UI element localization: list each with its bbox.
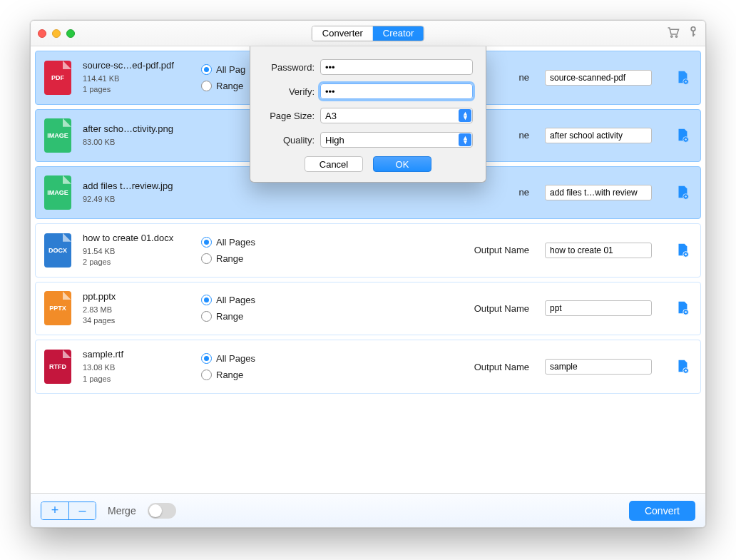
svg-point-6 bbox=[685, 81, 687, 83]
ok-button[interactable]: OK bbox=[373, 156, 431, 172]
verify-input[interactable] bbox=[320, 83, 473, 99]
page-size-select[interactable]: A3 ▲▼ bbox=[320, 108, 473, 123]
output-name-label: Output Name bbox=[474, 245, 529, 255]
file-name: source-sc…ed-pdf.pdf bbox=[83, 60, 190, 71]
settings-icon[interactable] bbox=[675, 300, 690, 316]
file-pages: 1 pages bbox=[83, 84, 190, 95]
file-name: after scho…ctivity.png bbox=[83, 123, 190, 134]
settings-dialog: Password: Verify: Page Size: A3 ▲▼ Quali… bbox=[250, 46, 486, 183]
file-size: 114.41 KB bbox=[83, 73, 190, 84]
settings-icon[interactable] bbox=[675, 70, 690, 86]
output-name-input[interactable] bbox=[545, 128, 652, 143]
file-size: 83.00 KB bbox=[83, 137, 190, 148]
tab-converter[interactable]: Converter bbox=[312, 26, 373, 41]
output-name-input[interactable] bbox=[545, 243, 652, 258]
file-size: 91.54 KB bbox=[83, 246, 190, 257]
radio-label: Range bbox=[216, 253, 243, 264]
radio-label: All Pages bbox=[216, 295, 255, 305]
file-pages: 1 pages bbox=[83, 374, 190, 385]
svg-point-14 bbox=[685, 312, 687, 314]
radio-range[interactable] bbox=[201, 370, 212, 380]
radio-label: All Pag bbox=[216, 64, 245, 75]
file-name: sample.rtf bbox=[83, 349, 190, 360]
footer: + – Merge Convert bbox=[31, 493, 705, 527]
file-type-icon: PDF bbox=[44, 61, 71, 95]
output-name-label: Output Name bbox=[474, 303, 529, 314]
merge-toggle[interactable] bbox=[148, 503, 176, 519]
output-name-input[interactable] bbox=[545, 300, 652, 316]
svg-point-1 bbox=[675, 35, 677, 36]
titlebar: Converter Creator bbox=[31, 21, 705, 46]
password-input[interactable] bbox=[320, 59, 473, 75]
select-value: High bbox=[325, 135, 344, 146]
output-name-label: Output Name bbox=[474, 362, 529, 372]
page-size-label: Page Size: bbox=[263, 111, 315, 121]
radio-all-pages[interactable] bbox=[201, 295, 212, 305]
file-size: 92.49 KB bbox=[83, 194, 190, 205]
output-name-label: ne bbox=[519, 130, 529, 141]
file-pages: 2 pages bbox=[83, 257, 190, 268]
settings-icon[interactable] bbox=[675, 359, 690, 375]
svg-point-10 bbox=[685, 195, 687, 198]
file-type-icon: PPTX bbox=[44, 291, 71, 325]
add-button[interactable]: + bbox=[41, 502, 68, 519]
app-window: Converter Creator PDF source-sc…ed-pdf.p… bbox=[30, 20, 706, 528]
output-name-label: ne bbox=[519, 187, 529, 198]
quality-label: Quality: bbox=[263, 135, 315, 146]
output-name-input[interactable] bbox=[545, 359, 652, 375]
output-name-input[interactable] bbox=[545, 185, 652, 200]
list-item[interactable]: PPTX ppt.pptx 2.83 MB 34 pages All Pages… bbox=[35, 282, 701, 336]
svg-rect-3 bbox=[692, 31, 694, 36]
radio-label: Range bbox=[216, 81, 243, 91]
settings-icon[interactable] bbox=[675, 243, 690, 258]
radio-label: Range bbox=[216, 370, 243, 380]
file-name: how to create 01.docx bbox=[83, 233, 190, 243]
file-type-icon: DOCX bbox=[44, 233, 71, 268]
maximize-icon[interactable] bbox=[66, 29, 75, 38]
file-name: ppt.pptx bbox=[83, 291, 190, 302]
key-icon[interactable] bbox=[688, 26, 698, 41]
svg-point-2 bbox=[691, 26, 695, 31]
svg-point-0 bbox=[671, 35, 673, 36]
file-size: 2.83 MB bbox=[83, 305, 190, 315]
settings-icon[interactable] bbox=[675, 128, 690, 143]
cancel-button[interactable]: Cancel bbox=[305, 156, 363, 172]
radio-range[interactable] bbox=[201, 253, 212, 264]
file-type-icon: RTFD bbox=[44, 350, 71, 384]
add-remove-group: + – bbox=[41, 502, 96, 520]
file-size: 13.08 KB bbox=[83, 362, 190, 373]
radio-all-pages[interactable] bbox=[201, 64, 212, 75]
quality-select[interactable]: High ▲▼ bbox=[320, 132, 473, 148]
remove-button[interactable]: – bbox=[68, 502, 96, 519]
svg-rect-4 bbox=[692, 34, 695, 35]
file-pages: 34 pages bbox=[83, 315, 190, 326]
select-value: A3 bbox=[325, 111, 337, 121]
chevron-updown-icon: ▲▼ bbox=[462, 111, 469, 120]
radio-range[interactable] bbox=[201, 81, 212, 91]
verify-label: Verify: bbox=[263, 86, 315, 97]
radio-all-pages[interactable] bbox=[201, 353, 212, 364]
output-name-label: ne bbox=[519, 72, 529, 83]
chevron-updown-icon: ▲▼ bbox=[462, 136, 469, 144]
password-label: Password: bbox=[263, 62, 315, 73]
list-item[interactable]: RTFD sample.rtf 13.08 KB 1 pages All Pag… bbox=[35, 340, 701, 394]
output-name-input[interactable] bbox=[545, 70, 652, 86]
file-name: add files t…review.jpg bbox=[83, 180, 190, 191]
tab-creator[interactable]: Creator bbox=[373, 26, 424, 41]
merge-label: Merge bbox=[108, 505, 136, 516]
svg-point-16 bbox=[685, 370, 687, 372]
list-item[interactable]: DOCX how to create 01.docx 91.54 KB 2 pa… bbox=[35, 223, 701, 278]
radio-range[interactable] bbox=[201, 311, 212, 322]
minimize-icon[interactable] bbox=[52, 29, 61, 38]
settings-icon[interactable] bbox=[675, 185, 690, 200]
convert-button[interactable]: Convert bbox=[629, 501, 695, 521]
window-controls bbox=[38, 29, 75, 38]
svg-point-8 bbox=[685, 138, 687, 141]
radio-label: All Pages bbox=[216, 353, 255, 364]
close-icon[interactable] bbox=[38, 29, 46, 38]
cart-icon[interactable] bbox=[667, 26, 680, 41]
svg-point-12 bbox=[685, 253, 687, 255]
radio-label: Range bbox=[216, 311, 243, 322]
file-type-icon: IMAGE bbox=[44, 118, 71, 153]
radio-all-pages[interactable] bbox=[201, 237, 212, 248]
